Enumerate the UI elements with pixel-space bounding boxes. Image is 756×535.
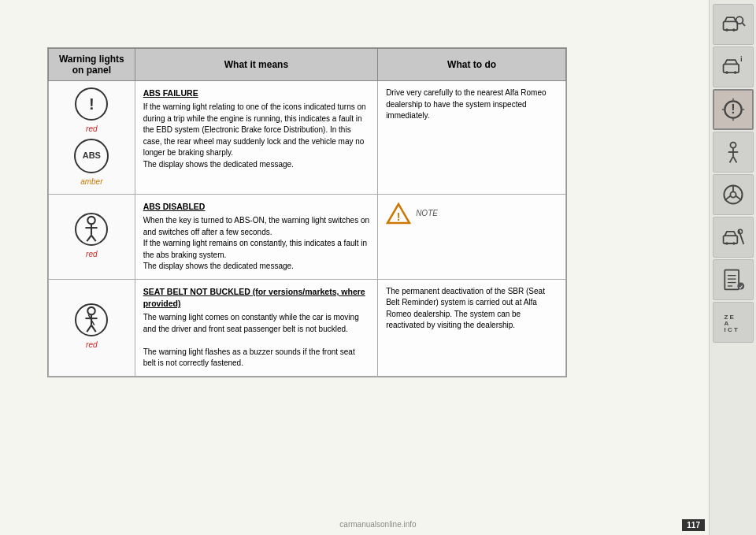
panel-cell-3: red <box>49 279 135 376</box>
sidebar-icon-car-magnify[interactable] <box>713 4 754 45</box>
svg-point-0 <box>88 217 96 225</box>
svg-line-32 <box>733 156 736 162</box>
section-title-2: ABS DISABLED <box>143 201 369 213</box>
svg-rect-38 <box>724 236 738 243</box>
svg-point-16 <box>725 28 728 32</box>
svg-text:!: ! <box>397 210 401 223</box>
table-row: ! red ABS amber ABS FAILURE If the warni… <box>49 81 566 195</box>
checklist-svg: ✓ <box>721 267 746 292</box>
sidebar-icon-person[interactable] <box>713 132 754 173</box>
label-red-2: red <box>86 249 97 261</box>
watermark: carmanualsonline.info <box>339 520 416 529</box>
car-tools-svg <box>721 225 746 250</box>
svg-point-7 <box>88 307 96 315</box>
sidebar-icon-car-info[interactable]: i <box>713 46 754 87</box>
header-panel: Warning lights on panel <box>49 49 135 81</box>
svg-point-19 <box>725 71 728 74</box>
do-cell-2: ! NOTE <box>378 195 566 280</box>
exclamation-icon: ! <box>75 87 108 121</box>
panel-cell-2: red <box>49 195 135 280</box>
means-cell-2: ABS DISABLED When the key is turned to A… <box>135 195 377 280</box>
do-cell-1: Drive very carefully to the nearest Alfa… <box>378 81 566 195</box>
do-cell-3: The permanent deactivation of the SBR (S… <box>378 279 566 376</box>
header-do: What to do <box>378 49 566 81</box>
svg-point-14 <box>736 17 743 24</box>
svg-line-11 <box>91 325 96 333</box>
abs-icon: ABS <box>74 139 109 173</box>
means-cell-3: SEAT BELT NOT BUCKLED (for versions/mark… <box>135 279 377 376</box>
table-wrapper: Warning lights on panel What it means Wh… <box>47 47 567 377</box>
svg-text:I C T: I C T <box>724 326 737 333</box>
svg-point-28 <box>730 143 736 148</box>
main-content: Warning lights on panel What it means Wh… <box>0 0 709 535</box>
icon-ring-1: ! red ABS amber <box>74 87 109 188</box>
svg-line-41 <box>739 230 743 244</box>
steering-svg <box>721 182 746 207</box>
svg-point-40 <box>732 242 736 245</box>
header-means: What it means <box>135 49 377 81</box>
svg-text:i: i <box>740 54 743 63</box>
svg-line-15 <box>743 23 746 26</box>
seatbelt-person-icon <box>75 303 108 336</box>
means-text-3: The warning light comes on constantly wh… <box>143 312 369 370</box>
svg-point-39 <box>725 242 728 245</box>
means-cell-1: ABS FAILURE If the warning light relatin… <box>135 81 377 195</box>
page-container: Warning lights on panel What it means Wh… <box>0 0 756 535</box>
means-text-1: If the warning light relating to one of … <box>143 102 369 170</box>
panel-cell-1: ! red ABS amber <box>49 81 135 195</box>
svg-rect-43 <box>724 270 739 290</box>
table-row: red ABS DISABLED When the key is turned … <box>49 195 566 280</box>
triangle-warning-icon: ! <box>386 201 411 226</box>
icon-ring-3: red <box>75 303 108 351</box>
label-amber-1: amber <box>80 176 102 188</box>
warning-light-svg: ! <box>721 97 746 122</box>
svg-line-10 <box>87 325 92 333</box>
person-svg-sidebar <box>721 139 746 165</box>
svg-point-34 <box>730 191 736 197</box>
label-red-3: red <box>86 340 97 351</box>
svg-text:!: ! <box>731 102 735 116</box>
warning-table: Warning lights on panel What it means Wh… <box>48 48 566 377</box>
person-svg <box>76 214 106 244</box>
note-container: ! NOTE <box>386 201 558 226</box>
means-text-2: When the key is turned to ABS-ON, the wa… <box>143 215 369 273</box>
sidebar-icon-checklist[interactable]: ✓ <box>713 259 754 300</box>
svg-line-4 <box>91 236 96 242</box>
car-magnify-svg <box>721 12 746 37</box>
svg-line-3 <box>87 236 92 242</box>
alphabet-svg: Z E A I C T <box>721 310 746 335</box>
icon-ring-2: red <box>75 213 108 261</box>
svg-rect-18 <box>724 64 739 72</box>
sidebar-icon-alphabet[interactable]: Z E A I C T <box>713 302 754 343</box>
svg-text:✓: ✓ <box>739 284 743 291</box>
note-text: NOTE <box>416 208 438 220</box>
sidebar-icon-steering[interactable] <box>713 174 754 215</box>
svg-point-17 <box>732 28 736 32</box>
section-title-3: SEAT BELT NOT BUCKLED (for versions/mark… <box>143 286 369 310</box>
section-title-1: ABS FAILURE <box>143 87 369 99</box>
right-sidebar: i ! <box>709 0 756 535</box>
seatbelt-svg <box>76 305 106 335</box>
page-number: 117 <box>682 519 705 531</box>
svg-line-31 <box>730 156 733 162</box>
svg-point-20 <box>734 71 737 74</box>
svg-rect-13 <box>724 21 738 30</box>
sidebar-icon-warning-light[interactable]: ! <box>713 89 754 130</box>
label-red-1: red <box>86 124 97 136</box>
table-row: red SEAT BELT NOT BUCKLED (for versions/… <box>49 279 566 376</box>
car-info-svg: i <box>721 54 746 80</box>
person-seatbelt-icon <box>75 213 108 246</box>
sidebar-icon-car-tools[interactable] <box>713 217 754 258</box>
